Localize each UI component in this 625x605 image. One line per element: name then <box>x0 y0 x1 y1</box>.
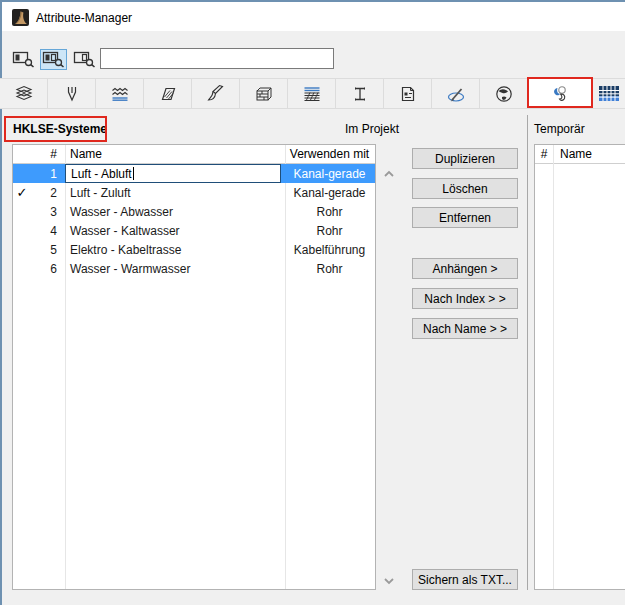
tab-composites[interactable] <box>240 79 288 108</box>
row-name-cell[interactable]: Luft - Zuluft <box>65 186 284 200</box>
row-use-with: Kabelführung <box>284 243 375 257</box>
project-attributes-table: # Name Verwenden mit 1 Luft - Abluft Kan… <box>12 144 376 590</box>
tab-layers[interactable] <box>0 79 48 108</box>
panel-left-search-icon <box>12 51 36 68</box>
chevron-up-icon <box>383 170 395 178</box>
attribute-grid-icon <box>598 85 620 102</box>
attribute-type-tabs <box>0 78 625 109</box>
view-both-panels-button[interactable] <box>40 49 67 70</box>
archicad-app-icon <box>12 9 29 26</box>
temporary-attributes-table: # Name <box>534 144 625 590</box>
tab-pens[interactable] <box>48 79 96 108</box>
row-index: 1 <box>31 167 65 181</box>
table-row[interactable]: ✓ 2 Luft - Zuluft Kanal-gerade <box>13 183 375 202</box>
tab-attribute-overview[interactable] <box>592 79 625 108</box>
panel-divider <box>527 115 528 590</box>
tab-surfaces[interactable] <box>192 79 240 108</box>
column-header-name[interactable]: Name <box>553 147 625 161</box>
building-materials-icon <box>302 84 322 104</box>
table-row[interactable]: 3 Wasser - Abwasser Rohr <box>13 202 375 221</box>
delete-button[interactable]: Löschen <box>412 178 518 199</box>
row-name-cell[interactable]: Wasser - Abwasser <box>65 205 284 219</box>
append-button[interactable]: Anhängen > <box>412 258 518 279</box>
row-name-text: Wasser - Kaltwasser <box>70 224 180 238</box>
row-index: 2 <box>31 186 65 200</box>
search-input[interactable] <box>100 48 334 69</box>
row-name-text: Wasser - Abwasser <box>70 205 173 219</box>
table-row[interactable]: 6 Wasser - Warmwasser Rohr <box>13 259 375 278</box>
tab-mep-systems[interactable] <box>528 79 592 108</box>
panel-right-search-icon <box>73 51 97 68</box>
zone-categories-icon <box>398 84 418 104</box>
column-header-use[interactable]: Verwenden mit <box>284 147 375 161</box>
remove-button[interactable]: Entfernen <box>412 207 518 228</box>
table-header: # Name Verwenden mit <box>13 145 375 164</box>
pens-icon <box>62 84 82 104</box>
text-caret <box>133 167 134 180</box>
tab-locations[interactable] <box>480 79 528 108</box>
row-use-with: Kanal-gerade <box>284 167 375 181</box>
window-title: Attribute-Manager <box>36 11 132 25</box>
save-as-txt-button[interactable]: Sichern als TXT... <box>412 569 518 590</box>
row-index: 4 <box>31 224 65 238</box>
column-header-name[interactable]: Name <box>65 147 284 161</box>
markup-styles-icon <box>446 84 466 104</box>
right-panel-title: Temporär <box>534 122 585 136</box>
row-name-cell[interactable]: Wasser - Kaltwasser <box>65 224 284 238</box>
scroll-down-button[interactable] <box>381 575 397 587</box>
overwrite-by-index-button[interactable]: Nach Index > > <box>412 288 518 309</box>
table-row[interactable]: 1 Luft - Abluft Kanal-gerade <box>13 164 375 183</box>
table-row[interactable]: 5 Elektro - Kabeltrasse Kabelführung <box>13 240 375 259</box>
table-row[interactable]: 4 Wasser - Kaltwasser Rohr <box>13 221 375 240</box>
row-index: 6 <box>31 262 65 276</box>
row-name-cell[interactable]: Elektro - Kabeltrasse <box>65 243 284 257</box>
overwrite-by-name-button[interactable]: Nach Name > > <box>412 318 518 339</box>
profiles-ibeam-icon <box>350 84 370 104</box>
checkmark-icon: ✓ <box>13 185 31 200</box>
row-name-text: Luft - Abluft <box>71 167 132 181</box>
window-border-top <box>0 0 625 2</box>
row-name-cell[interactable]: Luft - Abluft <box>65 164 281 183</box>
tab-zone-categories[interactable] <box>384 79 432 108</box>
tab-profiles[interactable] <box>336 79 384 108</box>
row-name-text: Elektro - Kabeltrasse <box>70 243 181 257</box>
fills-icon <box>158 84 178 104</box>
table-body: 1 Luft - Abluft Kanal-gerade ✓ 2 Luft - … <box>13 164 375 278</box>
tab-fills[interactable] <box>144 79 192 108</box>
row-index: 3 <box>31 205 65 219</box>
row-use-with: Rohr <box>284 262 375 276</box>
scroll-up-button[interactable] <box>381 168 397 180</box>
title-bar[interactable]: Attribute-Manager <box>2 2 625 31</box>
row-use-with: Rohr <box>284 224 375 238</box>
in-project-label: Im Projekt <box>345 122 399 136</box>
mep-systems-fan-icon <box>549 83 571 105</box>
attribute-manager-dialog: Attribute-Manager <box>0 0 625 605</box>
column-separator <box>553 145 554 589</box>
chevron-down-icon <box>383 577 395 585</box>
left-panel-title: HKLSE-Systeme <box>13 122 107 136</box>
row-use-with: Kanal-gerade <box>284 186 375 200</box>
view-left-panel-button[interactable] <box>10 49 37 70</box>
globe-icon <box>494 84 514 104</box>
tab-markup-styles[interactable] <box>432 79 480 108</box>
row-use-with: Rohr <box>284 205 375 219</box>
composites-icon <box>254 84 274 104</box>
row-name-text: Wasser - Warmwasser <box>70 262 190 276</box>
column-header-num[interactable]: # <box>31 147 65 161</box>
table-header: # Name <box>535 145 625 164</box>
row-name-cell[interactable]: Wasser - Warmwasser <box>65 262 284 276</box>
row-name-text: Luft - Zuluft <box>70 186 131 200</box>
row-index: 5 <box>31 243 65 257</box>
tab-line-types[interactable] <box>96 79 144 108</box>
duplicate-button[interactable]: Duplizieren <box>412 148 518 169</box>
line-types-icon <box>110 84 130 104</box>
column-header-num[interactable]: # <box>535 147 553 161</box>
tab-building-materials[interactable] <box>288 79 336 108</box>
panel-both-search-icon <box>42 51 66 68</box>
layers-icon <box>14 84 34 104</box>
surfaces-brush-icon <box>206 84 226 104</box>
view-right-panel-button[interactable] <box>71 49 98 70</box>
